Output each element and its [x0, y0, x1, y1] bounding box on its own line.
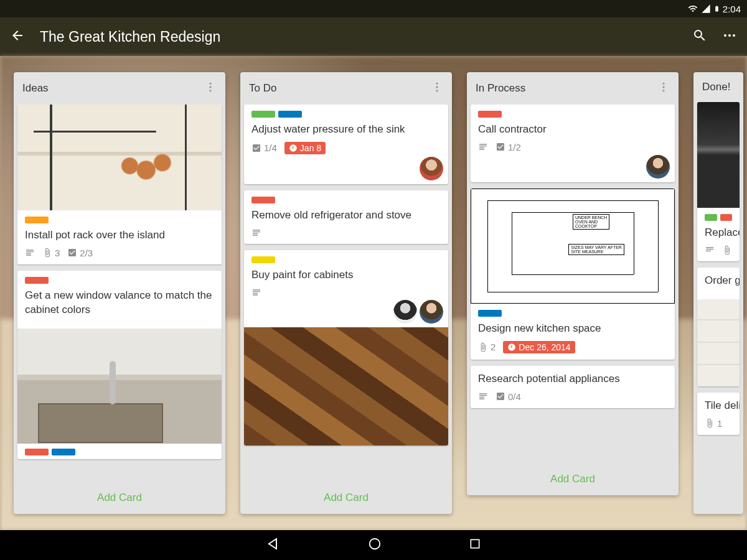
- checklist-badge: 0/4: [496, 391, 521, 402]
- signal-icon: [701, 4, 711, 14]
- label-yellow: [251, 256, 275, 263]
- member-avatar[interactable]: [420, 157, 443, 180]
- description-icon: [251, 228, 261, 238]
- app-bar: The Great Kitchen Redesign: [0, 17, 747, 56]
- card[interactable]: Tile delive 1: [697, 393, 740, 435]
- svg-point-8: [436, 90, 438, 91]
- list-title: Ideas: [22, 82, 204, 95]
- label-green: [705, 214, 717, 221]
- card-badges: 1/4 Jan 8: [251, 142, 441, 154]
- card-title: Tile delive: [705, 399, 732, 413]
- label-red: [25, 449, 49, 455]
- label-red: [478, 111, 502, 118]
- board-columns[interactable]: Ideas Install pot rack over the island 3…: [0, 56, 747, 530]
- svg-point-2: [733, 34, 735, 37]
- overflow-button[interactable]: [722, 28, 737, 45]
- svg-point-11: [662, 90, 664, 91]
- card-badges: 3 2/3: [25, 248, 214, 258]
- description-icon: [478, 391, 488, 401]
- card[interactable]: Call contractor 1/2: [471, 105, 675, 182]
- add-card-button[interactable]: Add Card: [240, 482, 452, 514]
- attachment-badge: 3: [42, 248, 60, 258]
- card-title: Design new kitchen space: [478, 322, 667, 336]
- description-icon: [251, 287, 261, 297]
- card-title: Adjust water pressure of the sink: [251, 123, 441, 137]
- card-badges: [251, 228, 441, 238]
- svg-rect-13: [471, 539, 479, 548]
- card-title: Install pot rack over the island: [25, 228, 214, 243]
- label-blue: [478, 310, 502, 317]
- more-horiz-icon: [722, 28, 737, 43]
- svg-point-9: [662, 83, 664, 85]
- due-date-badge: Dec 26, 2014: [503, 341, 575, 353]
- android-nav-bar: [0, 530, 747, 560]
- label-red: [25, 277, 49, 284]
- member-avatar[interactable]: [646, 155, 670, 179]
- card[interactable]: Get a new window valance to match the ca…: [17, 271, 222, 459]
- square-recents-icon: [469, 538, 481, 550]
- list-title: Done!: [702, 81, 735, 93]
- attachment-badge: 1: [705, 418, 722, 429]
- status-time: 2:04: [723, 4, 741, 14]
- member-avatar[interactable]: [420, 300, 443, 324]
- arrow-back-icon: [10, 28, 25, 43]
- card[interactable]: Replace old ones: [697, 102, 740, 261]
- attachment-badge: [722, 245, 732, 255]
- card-cover-image: UNDER BENCHOVEN ANDCOOKTOP SIZES MAY VAR…: [471, 189, 675, 304]
- card[interactable]: Research potential appliances 0/4: [471, 366, 675, 408]
- label-red: [720, 214, 733, 221]
- board-title: The Great Kitchen Redesign: [40, 29, 677, 45]
- list-done: Done! Replace old ones Order gla: [693, 72, 743, 514]
- card-badges: [705, 245, 732, 255]
- label-red: [251, 197, 275, 203]
- battery-icon: [713, 3, 720, 14]
- label-green: [251, 111, 275, 118]
- svg-point-10: [662, 86, 664, 88]
- card-title: Call contractor: [478, 123, 667, 137]
- card[interactable]: Install pot rack over the island 3 2/3: [17, 105, 222, 264]
- card-badges: [251, 287, 441, 297]
- attachment-badge: 2: [478, 342, 496, 352]
- list-menu-button[interactable]: [204, 81, 217, 96]
- card[interactable]: Order gla: [697, 268, 740, 386]
- add-card-button[interactable]: Add Card: [14, 482, 225, 514]
- list-menu-button[interactable]: [431, 81, 443, 96]
- card-title: Research potential appliances: [478, 372, 667, 386]
- card-cover-image: [244, 327, 448, 446]
- card[interactable]: Remove old refrigerator and stove: [244, 190, 448, 244]
- add-card-button[interactable]: Add Card: [467, 463, 679, 495]
- description-icon: [478, 142, 488, 152]
- nav-recents-button[interactable]: [469, 538, 481, 553]
- list-menu-button[interactable]: [657, 81, 670, 96]
- card-badges: 0/4: [478, 391, 667, 402]
- search-button[interactable]: [692, 28, 707, 45]
- card-cover-image: [17, 329, 222, 444]
- back-button[interactable]: [10, 28, 25, 45]
- checklist-badge: 2/3: [67, 248, 93, 258]
- list-todo: To Do Adjust water pressure of the sink …: [240, 72, 452, 514]
- card-title: Buy paint for cabinets: [251, 268, 441, 282]
- card[interactable]: UNDER BENCHOVEN ANDCOOKTOP SIZES MAY VAR…: [471, 189, 675, 360]
- more-vert-icon: [431, 81, 443, 93]
- nav-home-button[interactable]: [368, 537, 382, 553]
- card-title: Replace old ones: [705, 226, 732, 240]
- card-cover-image: [697, 299, 740, 386]
- card-title: Get a new window valance to match the ca…: [25, 289, 214, 317]
- android-status-bar: 2:04: [0, 0, 747, 17]
- svg-point-6: [436, 83, 438, 85]
- svg-point-5: [209, 90, 211, 91]
- more-vert-icon: [204, 81, 217, 93]
- member-avatar[interactable]: [393, 300, 417, 324]
- svg-point-3: [209, 83, 211, 85]
- card[interactable]: Adjust water pressure of the sink 1/4 Ja…: [244, 105, 448, 184]
- card[interactable]: Buy paint for cabinets: [244, 250, 448, 446]
- triangle-back-icon: [266, 536, 281, 551]
- svg-point-7: [436, 86, 438, 88]
- search-icon: [692, 28, 707, 43]
- nav-back-button[interactable]: [266, 536, 281, 554]
- svg-point-12: [370, 539, 380, 549]
- card-title: Remove old refrigerator and stove: [251, 208, 441, 223]
- list-ideas: Ideas Install pot rack over the island 3…: [14, 72, 225, 514]
- checklist-badge: 1/2: [496, 142, 521, 152]
- description-icon: [705, 245, 715, 255]
